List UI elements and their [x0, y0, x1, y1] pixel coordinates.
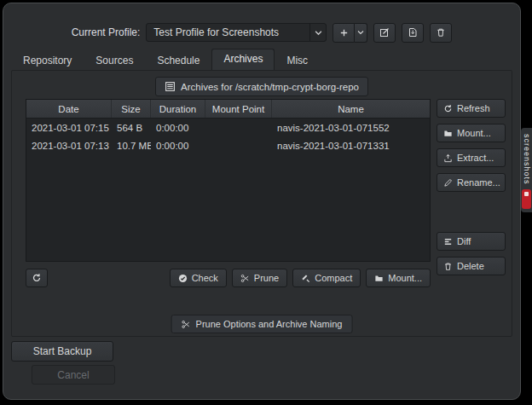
folder-icon [374, 274, 384, 283]
mount-label: Mount... [457, 128, 491, 138]
chevron-down-icon [357, 29, 364, 36]
cell-date: 2021-03-01 07:15 [26, 123, 112, 133]
scissors-icon [240, 274, 250, 283]
tab-sources[interactable]: Sources [84, 50, 145, 70]
tab-archives[interactable]: Archives [211, 49, 275, 70]
mount-repo-button[interactable]: Mount... [366, 269, 431, 287]
screen-edge-tab[interactable]: screenshots [521, 128, 532, 212]
prune-button[interactable]: Prune [232, 269, 287, 287]
cell-name: navis-2021-03-01-071331 [272, 141, 430, 151]
cell-date: 2021-03-01 07:13 [26, 141, 112, 151]
mount-repo-label: Mount... [388, 273, 422, 283]
add-profile-split-button [332, 23, 367, 43]
archives-table: Date Size Duration Mount Point Name 2021… [26, 99, 431, 262]
add-profile-button[interactable] [332, 23, 355, 43]
folder-icon [443, 129, 453, 138]
add-profile-menu-button[interactable] [355, 23, 367, 43]
cell-duration: 0:00:00 [151, 141, 205, 151]
record-badge-icon[interactable] [522, 189, 531, 209]
repo-actions-group: Check Prune Compact Mount... [170, 269, 431, 287]
archives-table-header: Date Size Duration Mount Point Name [26, 100, 430, 119]
profile-row: Current Profile: Test Profile for Screen… [3, 21, 520, 43]
rename-archive-button[interactable]: Rename... [437, 173, 506, 192]
document-import-icon [408, 27, 418, 38]
compact-label: Compact [315, 273, 352, 283]
mount-archive-button[interactable]: Mount... [437, 124, 506, 142]
tab-misc[interactable]: Misc [275, 50, 320, 70]
cell-name: navis-2021-03-01-071552 [272, 123, 430, 133]
profile-select[interactable]: Test Profile for Screenshots [146, 23, 327, 42]
archive-stack-icon [165, 81, 176, 92]
current-profile-label: Current Profile: [72, 26, 141, 38]
check-circle-icon [178, 274, 188, 283]
check-label: Check [192, 273, 218, 283]
cancel-button: Cancel [32, 365, 115, 385]
tab-schedule[interactable]: Schedule [145, 50, 211, 70]
extract-icon [443, 153, 453, 163]
rename-label: Rename... [457, 177, 500, 188]
scissors-icon [182, 320, 191, 329]
compact-button[interactable]: Compact [292, 269, 361, 287]
plus-icon [339, 28, 349, 38]
diff-label: Diff [457, 236, 471, 246]
trowel-icon [301, 274, 310, 283]
column-header-date[interactable]: Date [26, 100, 112, 118]
main-tabbar: Repository Sources Schedule Archives Mis… [11, 50, 512, 70]
column-header-duration[interactable]: Duration [151, 100, 205, 118]
archives-panel: Archives for /scratch/tmp-crypt-borg-rep… [11, 70, 512, 337]
edit-profile-button[interactable] [373, 23, 396, 43]
trash-icon [443, 262, 453, 271]
extract-archive-button[interactable]: Extract... [437, 148, 506, 167]
archives-repo-header: Archives for /scratch/tmp-crypt-borg-rep… [155, 77, 368, 96]
prune-options-section-toggle[interactable]: Prune Options and Archive Naming [171, 315, 353, 333]
column-header-size[interactable]: Size [112, 100, 151, 118]
refresh-icon [443, 104, 453, 113]
cell-size: 10.7 MB [112, 141, 151, 151]
import-profile-button[interactable] [402, 23, 424, 43]
cell-size: 564 B [112, 123, 151, 133]
diff-archives-button[interactable]: Diff [437, 232, 506, 251]
refresh-label: Refresh [457, 103, 490, 113]
check-button[interactable]: Check [170, 269, 227, 287]
chevron-down-icon[interactable] [309, 24, 326, 41]
start-backup-button[interactable]: Start Backup [11, 341, 113, 362]
extract-label: Extract... [457, 153, 494, 163]
delete-profile-button[interactable] [430, 23, 452, 43]
table-row[interactable]: 2021-03-01 07:15 564 B 0:00:00 navis-202… [26, 119, 430, 136]
refresh-icon [32, 273, 42, 283]
column-header-name[interactable]: Name [272, 100, 430, 118]
cell-duration: 0:00:00 [151, 123, 205, 133]
column-header-mount-point[interactable]: Mount Point [205, 100, 272, 118]
delete-archive-button[interactable]: Delete [437, 257, 506, 275]
table-row[interactable]: 2021-03-01 07:13 10.7 MB 0:00:00 navis-2… [26, 136, 430, 154]
pencil-icon [443, 178, 453, 188]
refresh-archives-button[interactable]: Refresh [437, 99, 506, 118]
edge-tab-label: screenshots [523, 134, 531, 185]
trash-icon [436, 27, 446, 38]
profile-select-value: Test Profile for Screenshots [147, 26, 309, 38]
pencil-square-icon [379, 27, 390, 38]
delete-label: Delete [457, 261, 484, 271]
vorta-main-window: Current Profile: Test Profile for Screen… [3, 3, 521, 400]
diff-icon [443, 237, 453, 246]
tab-repository[interactable]: Repository [11, 50, 84, 70]
refresh-list-button[interactable] [26, 269, 48, 287]
prune-options-label: Prune Options and Archive Naming [196, 319, 343, 329]
prune-label: Prune [254, 273, 279, 283]
archives-repo-title: Archives for /scratch/tmp-crypt-borg-rep… [181, 82, 359, 92]
archive-actions-column: Refresh Mount... Extract... Rename... [437, 99, 506, 275]
